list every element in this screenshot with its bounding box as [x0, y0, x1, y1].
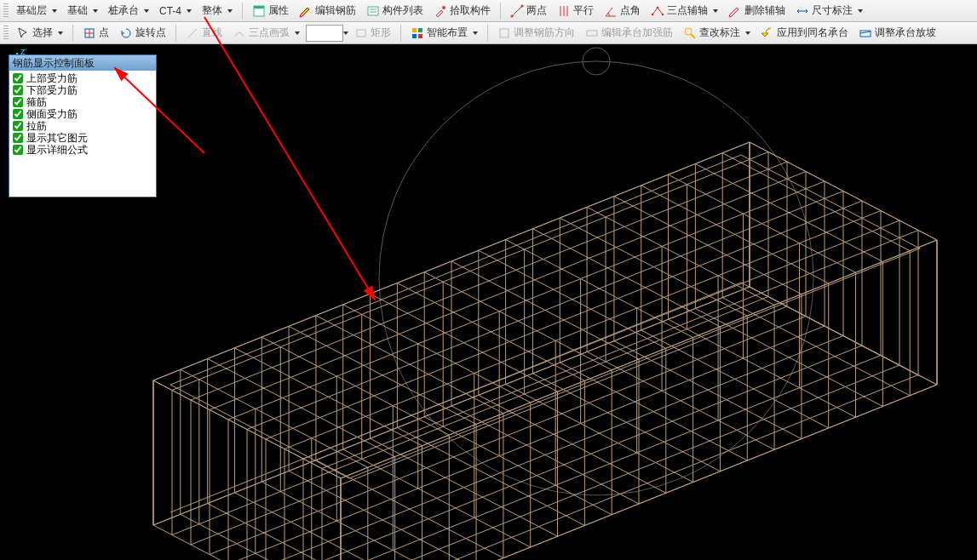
cursor-icon	[16, 26, 30, 40]
checkbox[interactable]	[13, 109, 23, 119]
component-dropdown[interactable]: 桩承台	[104, 2, 153, 20]
rotate-point-label: 旋转点	[135, 26, 166, 40]
display-mode-dropdown[interactable]: 整体	[198, 2, 237, 20]
svg-line-19	[188, 29, 197, 37]
three-point-axis-label: 三点辅轴	[667, 3, 708, 18]
checkbox[interactable]	[13, 133, 23, 143]
component-label: 桩承台	[108, 3, 139, 18]
properties-icon	[252, 4, 266, 18]
panel-body: 上部受力筋 下部受力筋 箍筋 侧面受力筋 拉筋 显示其它图元 显示详细公式	[9, 71, 156, 157]
slope-icon	[859, 26, 872, 40]
parallel-button[interactable]: 平行	[553, 2, 598, 20]
point-label: 点	[99, 26, 109, 40]
select-label: 选择	[32, 26, 53, 40]
adjust-rebar-dir-button[interactable]: 调整钢筋方向	[493, 24, 579, 43]
adjust-cap-slope-button[interactable]: 调整承台放坡	[854, 24, 940, 43]
two-points-button[interactable]: 两点	[506, 2, 551, 20]
dimension-button[interactable]: 尺寸标注	[791, 2, 867, 20]
display-mode-label: 整体	[202, 3, 222, 18]
svg-line-6	[512, 6, 522, 16]
adjust-rebar-dir-label: 调整钢筋方向	[514, 26, 575, 40]
layer-dropdown[interactable]: 基础层	[12, 2, 61, 20]
chk-row[interactable]: 上部受力筋	[13, 72, 152, 84]
apply-same-cap-button[interactable]: 应用到同名承台	[756, 24, 853, 43]
properties-label: 属性	[268, 3, 289, 18]
svg-rect-23	[412, 34, 417, 38]
toolbar-grip	[3, 3, 9, 19]
view-marks-button[interactable]: 查改标注	[679, 24, 755, 43]
checkbox[interactable]	[13, 121, 23, 131]
svg-point-14	[662, 13, 664, 15]
edit-rebar-button[interactable]: 编辑钢筋	[295, 2, 360, 20]
component-list-button[interactable]: 构件列表	[362, 2, 428, 20]
arc-button[interactable]: 三点画弧	[228, 24, 304, 43]
chk-row[interactable]: 显示详细公式	[13, 144, 152, 156]
svg-line-28	[691, 34, 695, 38]
rect-button[interactable]: 矩形	[350, 24, 395, 43]
parallel-label: 平行	[573, 3, 594, 18]
panel-title: 钢筋显示控制面板	[9, 55, 156, 71]
pick-component-label: 拾取构件	[450, 3, 491, 18]
chk-label: 侧面受力筋	[26, 108, 78, 120]
chk-label: 显示详细公式	[26, 144, 88, 156]
chk-label: 下部受力筋	[26, 84, 78, 96]
svg-line-176	[289, 471, 476, 560]
item-dropdown[interactable]: CT-4	[155, 2, 196, 20]
category-dropdown[interactable]: 基础	[63, 2, 102, 20]
svg-point-27	[685, 28, 692, 35]
chk-row[interactable]: 下部受力筋	[13, 84, 152, 96]
chk-label: 拉筋	[26, 120, 47, 132]
numeric-input[interactable]	[306, 25, 343, 42]
svg-point-12	[652, 13, 654, 15]
line-button[interactable]: 直线	[181, 24, 227, 43]
select-button[interactable]: 选择	[12, 24, 67, 43]
point-angle-icon	[604, 4, 618, 18]
apply-same-cap-label: 应用到同名承台	[777, 26, 848, 40]
smart-layout-icon	[411, 26, 424, 40]
svg-rect-21	[412, 28, 417, 32]
delete-axis-button[interactable]: 删除辅轴	[724, 2, 790, 20]
svg-line-166	[266, 346, 862, 560]
properties-button[interactable]: 属性	[248, 2, 293, 20]
svg-rect-1	[254, 6, 264, 9]
pick-component-button[interactable]: 拾取构件	[429, 2, 495, 20]
svg-rect-2	[368, 7, 378, 15]
eyedropper-icon	[434, 4, 447, 18]
arc-icon	[233, 26, 246, 40]
line-icon	[186, 26, 199, 40]
svg-point-13	[657, 6, 659, 9]
adjust-cap-slope-label: 调整承台放坡	[875, 26, 936, 40]
chk-row[interactable]: 侧面受力筋	[13, 108, 152, 120]
three-point-axis-button[interactable]: 三点辅轴	[647, 2, 722, 20]
delete-axis-icon	[728, 4, 742, 18]
point-button[interactable]: 点	[78, 24, 113, 43]
edit-cap-reinforce-button[interactable]: 编辑承台加强筋	[581, 24, 677, 43]
chk-row[interactable]: 箍筋	[13, 96, 152, 108]
rect-icon	[354, 26, 368, 40]
chk-label: 显示其它图元	[26, 132, 88, 144]
chk-row[interactable]: 拉筋	[13, 120, 152, 132]
chk-row[interactable]: 显示其它图元	[13, 132, 152, 144]
point-icon	[83, 26, 96, 40]
point-angle-button[interactable]: 点角	[600, 2, 645, 20]
chk-label: 上部受力筋	[26, 72, 78, 84]
edit-cap-reinforce-icon	[585, 26, 599, 40]
rebar-display-panel[interactable]: 钢筋显示控制面板 上部受力筋 下部受力筋 箍筋 侧面受力筋 拉筋 显示其它图元 …	[9, 54, 157, 197]
checkbox[interactable]	[13, 97, 23, 107]
svg-point-7	[511, 14, 514, 17]
smart-layout-button[interactable]: 智能布置	[406, 24, 482, 43]
delete-axis-label: 删除辅轴	[744, 3, 785, 18]
toolbar-row-2: 选择 点 旋转点 直线 三点画弧 矩形	[0, 22, 977, 44]
line-label: 直线	[202, 26, 222, 40]
category-label: 基础	[67, 3, 88, 18]
svg-point-31	[379, 61, 813, 495]
checkbox[interactable]	[13, 85, 23, 95]
svg-line-30	[860, 31, 871, 33]
adjust-rebar-dir-icon	[497, 26, 511, 40]
svg-point-5	[442, 6, 445, 9]
rotate-point-icon	[119, 26, 133, 40]
magnifier-icon	[683, 26, 697, 40]
checkbox[interactable]	[13, 145, 23, 155]
checkbox[interactable]	[13, 73, 23, 83]
rotate-point-button[interactable]: 旋转点	[115, 24, 170, 43]
